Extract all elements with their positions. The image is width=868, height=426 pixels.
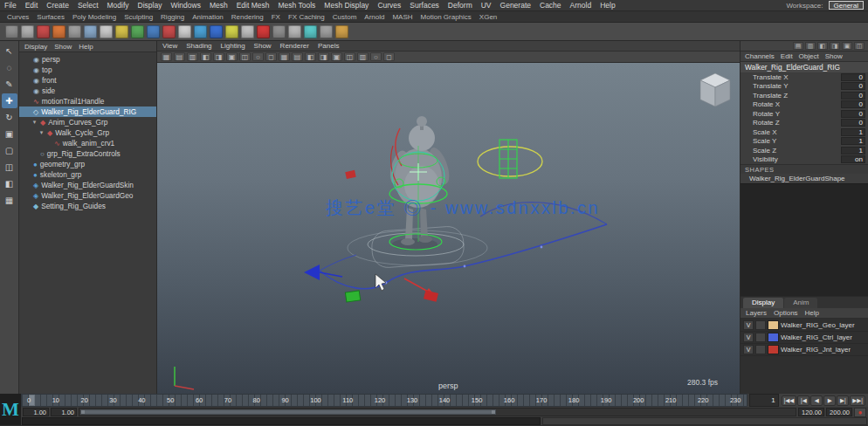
right-panel-icon[interactable]: ▤ bbox=[793, 42, 803, 50]
layer-color-swatch[interactable] bbox=[768, 333, 779, 342]
menu-item[interactable]: Cache bbox=[540, 1, 561, 10]
shelf-tool-icon[interactable] bbox=[320, 25, 333, 38]
viewport-menu-item[interactable]: Panels bbox=[318, 42, 339, 50]
channel-row[interactable]: Scale X 1 bbox=[741, 127, 868, 137]
menu-item[interactable]: File bbox=[4, 1, 17, 10]
shelf-tab[interactable]: XGen bbox=[479, 13, 497, 21]
channel-value-field[interactable]: 0 bbox=[841, 82, 865, 90]
layer-row[interactable]: V Walker_RIG_Jnt_layer bbox=[741, 344, 868, 356]
outliner-item[interactable]: ◉ front bbox=[19, 75, 156, 86]
toolbox-tool[interactable]: ↖ bbox=[2, 44, 17, 58]
shelf-tab[interactable]: FX Caching bbox=[288, 13, 325, 21]
shelf-tool-icon[interactable] bbox=[147, 25, 160, 38]
viewport-toolbar-icon[interactable]: ◧ bbox=[305, 52, 316, 61]
outliner-item[interactable]: ∿ motionTrail1Handle bbox=[19, 96, 156, 106]
right-panel-icon[interactable]: ◧ bbox=[817, 42, 828, 50]
command-line-input[interactable] bbox=[22, 417, 541, 425]
viewport-menu-item[interactable]: Lighting bbox=[221, 42, 245, 50]
right-panel-icon[interactable]: ▥ bbox=[805, 42, 816, 50]
shelf-tool-icon[interactable] bbox=[178, 25, 191, 38]
yellow-ctrl-circle[interactable] bbox=[478, 147, 542, 176]
toolbox-tool[interactable]: ◌ bbox=[2, 60, 17, 75]
outliner-item[interactable]: ◉ top bbox=[19, 65, 156, 75]
viewport-toolbar-icon[interactable]: ▤ bbox=[174, 52, 185, 61]
shelf-tab[interactable]: Poly Modeling bbox=[72, 13, 116, 21]
menu-item[interactable]: Create bbox=[46, 1, 69, 10]
shelf-tool-icon[interactable] bbox=[241, 25, 254, 38]
channel-value-field[interactable]: 0 bbox=[841, 73, 865, 81]
shelf-tool-icon[interactable] bbox=[162, 25, 176, 38]
outliner-item[interactable]: ▾ ◆ Anim_Curves_Grp bbox=[19, 117, 156, 127]
shelf-tool-icon[interactable] bbox=[52, 25, 65, 38]
toolbox-tool[interactable]: ◧ bbox=[2, 176, 17, 191]
menu-item[interactable]: Deform bbox=[448, 1, 472, 10]
channel-value-field[interactable]: on bbox=[841, 155, 865, 163]
shelf-tool-icon[interactable] bbox=[21, 25, 34, 38]
channel-row[interactable]: Rotate Y 0 bbox=[741, 109, 868, 119]
shelf-tab[interactable]: Rendering bbox=[231, 13, 264, 21]
green-key-box[interactable] bbox=[345, 291, 360, 302]
viewport-toolbar-icon[interactable]: ◫ bbox=[344, 52, 355, 61]
viewport-toolbar-icon[interactable]: ▥ bbox=[357, 52, 369, 61]
viewport-toolbar-icon[interactable]: ▦ bbox=[279, 52, 290, 61]
menu-item[interactable]: Edit Mesh bbox=[237, 1, 270, 10]
channel-row[interactable]: Rotate Z 0 bbox=[741, 119, 868, 128]
shelf-tool-icon[interactable] bbox=[131, 25, 144, 38]
toolbox-tool[interactable]: ✚ bbox=[2, 93, 17, 108]
menu-item[interactable]: Display bbox=[138, 1, 162, 10]
outliner-item[interactable]: ● geometry_grp bbox=[19, 159, 156, 169]
shelf-tool-icon[interactable] bbox=[335, 25, 348, 38]
range-slider-bar[interactable] bbox=[80, 409, 496, 415]
viewport-menu-item[interactable]: Show bbox=[254, 42, 272, 50]
menu-item[interactable]: Help bbox=[600, 1, 615, 10]
shelf-tab[interactable]: Animation bbox=[192, 13, 224, 21]
shelf-tab[interactable]: Custom bbox=[333, 13, 357, 21]
workspace-selector[interactable]: General bbox=[829, 1, 864, 10]
toolbox-tool[interactable]: ▢ bbox=[2, 143, 17, 158]
channel-row[interactable]: Translate Y 0 bbox=[741, 82, 868, 92]
viewport-menu-item[interactable]: Renderer bbox=[280, 42, 309, 50]
outliner-item[interactable]: ◆ Setting_Rig_Guides bbox=[19, 201, 156, 211]
toolbox-tool[interactable]: ↻ bbox=[2, 110, 17, 125]
expand-arrow-icon[interactable]: ▾ bbox=[38, 129, 45, 136]
auto-key-button[interactable]: ● bbox=[854, 408, 866, 417]
channel-row[interactable]: Translate Z 0 bbox=[741, 91, 868, 100]
shelf-tab[interactable]: Rigging bbox=[161, 13, 184, 21]
viewport-canvas[interactable]: 搜艺e堂 ◎ - www.sdnxxlb.cn bbox=[157, 63, 740, 394]
layer-editor-tab[interactable]: Display bbox=[743, 298, 783, 308]
viewport-toolbar-icon[interactable]: ▣ bbox=[226, 52, 238, 61]
layer-visibility-toggle[interactable]: V bbox=[743, 320, 754, 330]
menu-item[interactable]: Surfaces bbox=[410, 1, 439, 10]
transport-button[interactable]: |◀◀ bbox=[782, 395, 797, 406]
viewport-toolbar-icon[interactable]: ▥ bbox=[187, 52, 198, 61]
outliner-item[interactable]: ◉ persp bbox=[19, 54, 156, 65]
trail-key-dot[interactable] bbox=[541, 246, 543, 249]
right-panel-icon[interactable]: ◨ bbox=[830, 42, 840, 50]
viewport-toolbar-icon[interactable]: ◫ bbox=[239, 52, 251, 61]
shelf-tool-icon[interactable] bbox=[225, 25, 238, 38]
playback-end-field[interactable]: 120.00 bbox=[798, 408, 824, 416]
outliner-item[interactable]: ◈ Walker_Rig_ElderGuardSkin bbox=[19, 180, 156, 190]
layer-visibility-toggle[interactable]: V bbox=[743, 333, 754, 342]
shape-node-name[interactable]: Walker_Rig_ElderGuardShape bbox=[741, 174, 868, 183]
anim-start-field[interactable]: 1.00 bbox=[23, 408, 49, 416]
shelf-tab[interactable]: Arnold bbox=[364, 13, 384, 21]
channel-value-field[interactable]: 0 bbox=[841, 119, 865, 127]
viewport-toolbar-icon[interactable]: ▤ bbox=[292, 52, 303, 61]
layer-color-swatch[interactable] bbox=[768, 345, 779, 354]
layer-visibility-toggle[interactable]: V bbox=[743, 345, 754, 354]
shelf-tab[interactable]: Sculpting bbox=[124, 13, 153, 21]
channel-row[interactable]: Visibility on bbox=[741, 155, 868, 165]
red-flag-marker[interactable] bbox=[345, 170, 355, 179]
channel-box-menu-item[interactable]: Channels bbox=[745, 52, 775, 60]
toolbox-tool[interactable]: ◫ bbox=[2, 160, 17, 175]
outliner-item[interactable]: ○ grp_Rig_ExtraControls bbox=[19, 148, 156, 159]
channel-row[interactable]: Rotate X 0 bbox=[741, 100, 868, 110]
channel-box-object-name[interactable]: Walker_Rig_ElderGuard_RIG bbox=[741, 62, 868, 72]
viewport-toolbar-icon[interactable]: ◨ bbox=[318, 52, 329, 61]
shelf-tab[interactable]: FX bbox=[272, 13, 280, 21]
expand-arrow-icon[interactable]: ▾ bbox=[31, 119, 38, 126]
outliner-item[interactable]: ▾ ◆ Walk_Cycle_Grp bbox=[19, 127, 156, 138]
red-key-box[interactable] bbox=[424, 290, 438, 301]
time-slider[interactable]: 0102030405060708090100110120130140150160… bbox=[21, 394, 747, 407]
